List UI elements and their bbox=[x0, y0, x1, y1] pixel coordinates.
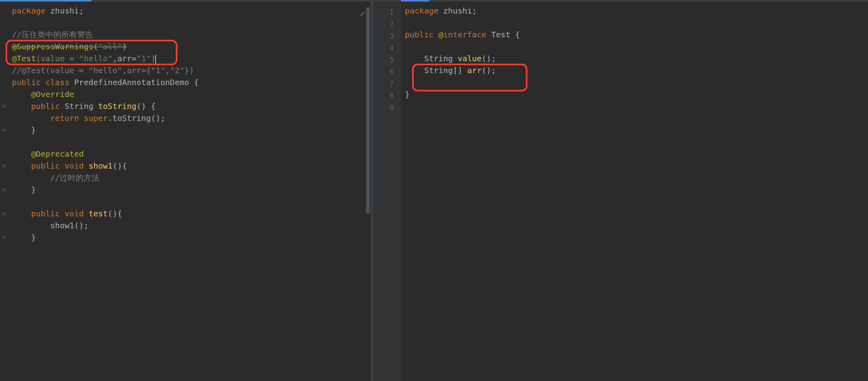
right-gutter: 123456789 bbox=[373, 0, 401, 381]
code-line[interactable]: } bbox=[12, 184, 371, 196]
code-token: String bbox=[64, 101, 98, 111]
code-line[interactable]: @Test(value = "hello",arr="1") bbox=[12, 52, 371, 64]
code-line[interactable] bbox=[405, 41, 868, 52]
right-code-area[interactable]: package zhushi;public @interface Test { … bbox=[401, 2, 868, 381]
code-token: show1 bbox=[89, 161, 113, 171]
gutter-line-number: 5 bbox=[373, 54, 401, 66]
code-line[interactable]: String[] arr(); bbox=[405, 64, 868, 76]
gutter-line-number: 9 bbox=[373, 102, 401, 114]
code-line[interactable]: } bbox=[12, 231, 371, 243]
code-token: @SuppressWarnings bbox=[12, 42, 93, 51]
code-token: PredefinedAnnotationDemo bbox=[74, 78, 194, 87]
code-line[interactable] bbox=[405, 76, 868, 88]
code-token: ( bbox=[93, 42, 98, 51]
code-token: "hello" bbox=[79, 54, 113, 63]
code-line[interactable]: String value(); bbox=[405, 52, 868, 64]
code-token bbox=[12, 161, 31, 171]
fold-toggle-icon[interactable]: ⊟ bbox=[2, 235, 7, 240]
code-line[interactable] bbox=[405, 100, 868, 112]
fold-gutter: ⊟⊟⊟⊟⊟⊟ bbox=[0, 2, 9, 381]
code-token: (){ bbox=[113, 161, 127, 171]
code-token bbox=[12, 209, 31, 218]
code-token: () { bbox=[136, 101, 156, 111]
code-token: { bbox=[194, 78, 199, 87]
code-line[interactable]: package zhushi; bbox=[405, 5, 868, 17]
gutter-line-number: 6 bbox=[373, 66, 401, 78]
fold-toggle-icon[interactable]: ⊟ bbox=[2, 187, 7, 192]
editor-split: ⊟⊟⊟⊟⊟⊟ ✓ package zhushi;//压住类中的所有警告@Supp… bbox=[0, 0, 868, 381]
code-token bbox=[12, 113, 50, 123]
code-line[interactable]: return super.toString(); bbox=[12, 112, 371, 124]
code-token: ) bbox=[122, 42, 127, 51]
code-line[interactable]: show1(); bbox=[12, 220, 371, 231]
text-cursor bbox=[155, 55, 156, 64]
code-token: @ bbox=[438, 30, 443, 39]
code-token: return super bbox=[50, 113, 108, 123]
code-token: (); bbox=[482, 54, 496, 63]
code-token: } bbox=[405, 89, 410, 99]
fold-toggle-icon[interactable]: ⊟ bbox=[2, 211, 7, 216]
code-line[interactable]: //压住类中的所有警告 bbox=[12, 29, 371, 41]
code-token: public void bbox=[31, 209, 89, 218]
code-token: public void bbox=[31, 161, 89, 171]
gutter-line-number: 1 bbox=[373, 6, 401, 18]
code-line[interactable]: public void show1(){ bbox=[12, 160, 371, 172]
code-token: interface bbox=[443, 30, 491, 39]
code-line[interactable] bbox=[405, 17, 868, 29]
code-token: ( bbox=[36, 54, 41, 63]
code-line[interactable]: public void test(){ bbox=[12, 208, 371, 220]
fold-toggle-icon[interactable]: ⊟ bbox=[2, 163, 7, 169]
code-token: @Override bbox=[31, 89, 74, 99]
code-token bbox=[12, 149, 31, 159]
code-line[interactable]: @SuppressWarnings("all") bbox=[12, 41, 371, 52]
code-token: zhushi bbox=[50, 6, 79, 16]
code-token: String bbox=[405, 54, 457, 63]
code-line[interactable] bbox=[12, 17, 371, 29]
code-token: //@Test(value = "hello",arr={"1","2"}) bbox=[12, 66, 194, 75]
code-token: "all" bbox=[98, 42, 122, 51]
fold-toggle-icon[interactable]: ⊟ bbox=[2, 103, 7, 109]
code-token: @Deprecated bbox=[31, 149, 84, 159]
code-token: public bbox=[31, 101, 64, 111]
code-token: } bbox=[12, 233, 36, 242]
left-code-area[interactable]: ⊟⊟⊟⊟⊟⊟ ✓ package zhushi;//压住类中的所有警告@Supp… bbox=[0, 2, 371, 381]
right-editor-pane[interactable]: package zhushi;public @interface Test { … bbox=[401, 0, 868, 381]
code-line[interactable]: @Deprecated bbox=[12, 148, 371, 160]
code-line[interactable]: @Override bbox=[12, 88, 371, 100]
code-token: //压住类中的所有警告 bbox=[12, 30, 93, 39]
code-token: ,arr= bbox=[113, 54, 136, 63]
code-token: ; bbox=[79, 6, 84, 16]
code-token: value = bbox=[41, 54, 79, 63]
code-token bbox=[12, 101, 31, 111]
code-token: package bbox=[12, 6, 50, 16]
code-token: //过时的方法 bbox=[50, 173, 99, 183]
left-editor-pane[interactable]: ⊟⊟⊟⊟⊟⊟ ✓ package zhushi;//压住类中的所有警告@Supp… bbox=[0, 0, 371, 381]
code-token: show1(); bbox=[12, 221, 89, 230]
code-token: String[] bbox=[405, 66, 467, 75]
code-line[interactable]: public @interface Test { bbox=[405, 29, 868, 41]
code-line[interactable]: //过时的方法 bbox=[12, 172, 371, 184]
code-token: public class bbox=[12, 78, 74, 87]
code-token: value bbox=[457, 54, 481, 63]
code-token bbox=[12, 173, 50, 183]
code-line[interactable]: public class PredefinedAnnotationDemo { bbox=[12, 76, 371, 88]
gutter-line-number: 8 bbox=[373, 90, 401, 102]
code-line[interactable]: public String toString() { bbox=[12, 100, 371, 112]
code-line[interactable]: package zhushi; bbox=[12, 5, 371, 17]
code-line[interactable] bbox=[12, 136, 371, 148]
code-token: } bbox=[12, 185, 36, 194]
code-line[interactable]: //@Test(value = "hello",arr={"1","2"}) bbox=[12, 64, 371, 76]
code-token: package bbox=[405, 6, 443, 16]
gutter-line-number: 3 bbox=[373, 30, 401, 42]
code-token: zhushi bbox=[443, 6, 472, 16]
code-token: public bbox=[405, 30, 438, 39]
code-token: "1" bbox=[136, 54, 151, 63]
code-line[interactable]: } bbox=[12, 124, 371, 136]
code-token bbox=[12, 89, 31, 99]
code-token: toString bbox=[98, 101, 136, 111]
code-token: (); bbox=[482, 66, 496, 75]
code-line[interactable]: } bbox=[405, 88, 868, 100]
fold-toggle-icon[interactable]: ⊟ bbox=[2, 127, 7, 133]
code-token: Test bbox=[491, 30, 515, 39]
code-line[interactable] bbox=[12, 196, 371, 208]
